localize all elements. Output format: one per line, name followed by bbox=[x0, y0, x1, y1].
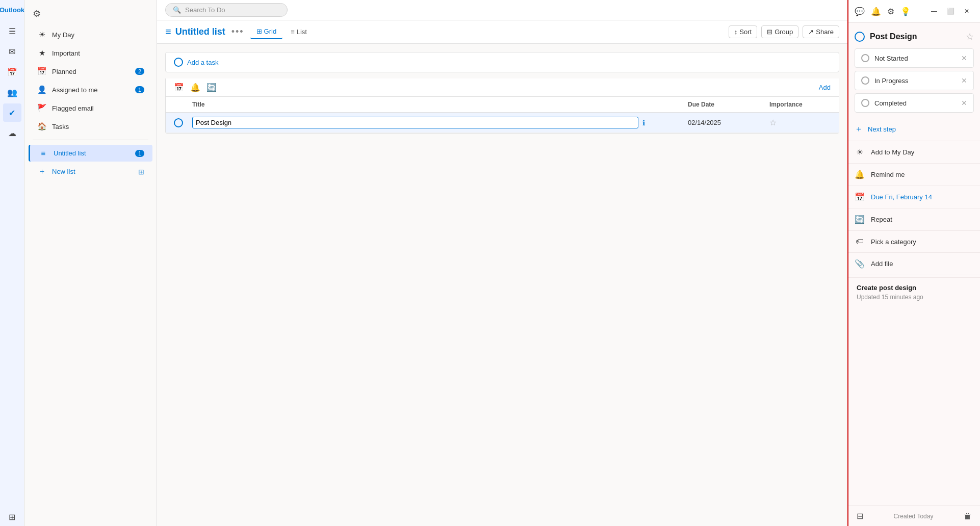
sidebar-item-label: My Day bbox=[52, 31, 144, 39]
rp-action-repeat[interactable]: 🔄 Repeat bbox=[848, 208, 980, 231]
apps-icon[interactable]: ⊞ bbox=[3, 508, 21, 526]
status-completed-label: Completed bbox=[874, 99, 907, 107]
rp-task-checkbox[interactable] bbox=[855, 32, 865, 42]
notes-subtitle: Updated 15 minutes ago bbox=[857, 294, 972, 301]
calendar-toolbar-icon[interactable]: 📅 bbox=[174, 83, 184, 92]
rp-action-my-day[interactable]: ☀ Add to My Day bbox=[848, 141, 980, 164]
sidebar-item-planned[interactable]: 📅 Planned 2 bbox=[29, 63, 152, 80]
rp-status-completed[interactable]: Completed ✕ bbox=[855, 93, 974, 113]
task-grid: Title Due Date Importance ℹ 02/14/2025 ☆ bbox=[165, 97, 839, 134]
sidebar-item-my-day[interactable]: ☀ My Day bbox=[29, 26, 152, 43]
repeat-action-icon: 🔄 bbox=[855, 215, 865, 224]
rp-action-remind[interactable]: 🔔 Remind me bbox=[848, 164, 980, 186]
group-button[interactable]: ⊟ Group bbox=[761, 25, 798, 38]
repeat-toolbar-icon[interactable]: 🔄 bbox=[207, 83, 217, 92]
sidebar-item-flagged[interactable]: 🚩 Flagged email bbox=[29, 99, 152, 117]
minimize-button[interactable]: — bbox=[927, 4, 941, 18]
gear-icon[interactable]: ⚙ bbox=[887, 7, 894, 16]
add-task-row[interactable]: Add a task bbox=[165, 52, 839, 72]
table-row[interactable]: ℹ 02/14/2025 ☆ bbox=[166, 113, 839, 133]
col-importance: Importance bbox=[769, 101, 831, 108]
bell-toolbar-icon[interactable]: 🔔 bbox=[190, 83, 200, 92]
rp-action-add-file[interactable]: 📎 Add file bbox=[848, 253, 980, 275]
status-in-progress-label: In Progress bbox=[874, 77, 908, 85]
group-label: Group bbox=[775, 28, 793, 36]
window-controls: — ⬜ ✕ bbox=[927, 4, 974, 18]
chat-icon[interactable]: 💬 bbox=[855, 7, 865, 16]
bell-icon[interactable]: 🔔 bbox=[871, 7, 881, 16]
task-title-input[interactable] bbox=[192, 117, 638, 128]
repeat-action-label: Repeat bbox=[871, 216, 892, 223]
sidebar-item-assigned[interactable]: 👤 Assigned to me 1 bbox=[29, 81, 152, 98]
title-bar: ≡ Untitled list ••• ⊞ Grid ≡ List ↕ Sort… bbox=[157, 20, 847, 44]
rp-notes[interactable]: Create post design Updated 15 minutes ag… bbox=[848, 277, 980, 307]
lightbulb-icon[interactable]: 💡 bbox=[900, 7, 911, 16]
add-task-label: Add a task bbox=[187, 59, 218, 66]
new-list-label: New list bbox=[52, 168, 133, 175]
sidebar-item-label: Planned bbox=[52, 68, 130, 75]
rp-status-not-started[interactable]: Not Started ✕ bbox=[855, 48, 974, 68]
new-list-icon: ⊞ bbox=[138, 168, 144, 176]
remove-completed-button[interactable]: ✕ bbox=[961, 99, 967, 107]
todo-icon[interactable]: ✔ bbox=[3, 103, 21, 122]
sidebar-divider bbox=[33, 140, 148, 140]
plus-icon: ＋ bbox=[37, 167, 47, 176]
close-button[interactable]: ✕ bbox=[960, 4, 974, 18]
sidebar: ⚙ ☀ My Day ★ Important 📅 Planned 2 👤 Ass… bbox=[24, 0, 157, 526]
right-panel: 💬 🔔 ⚙ 💡 — ⬜ ✕ Post Design ☆ Not Started … bbox=[847, 0, 980, 526]
search-placeholder: Search To Do bbox=[185, 6, 225, 14]
status-circle-icon bbox=[861, 76, 869, 85]
rp-status-in-progress[interactable]: In Progress ✕ bbox=[855, 71, 974, 90]
footer-delete-icon[interactable]: 🗑 bbox=[964, 512, 972, 521]
rp-task-header: Post Design ☆ bbox=[848, 23, 980, 46]
sidebar-item-label: Important bbox=[52, 49, 144, 57]
person-icon: 👤 bbox=[37, 85, 47, 94]
status-circle-icon bbox=[861, 99, 869, 107]
sort-button[interactable]: ↕ Sort bbox=[729, 25, 757, 38]
footer-expand-icon[interactable]: ⊟ bbox=[857, 511, 863, 521]
task-importance-star[interactable]: ☆ bbox=[769, 118, 777, 127]
task-info-icon[interactable]: ℹ bbox=[642, 119, 645, 127]
share-button[interactable]: ↗ Share bbox=[803, 25, 839, 38]
sidebar-item-label: Tasks bbox=[52, 123, 144, 130]
grid-tab-label: Grid bbox=[264, 28, 277, 35]
sidebar-settings-icon[interactable]: ⚙ bbox=[33, 8, 41, 19]
tab-grid[interactable]: ⊞ Grid bbox=[250, 24, 283, 39]
sidebar-list-label: Untitled list bbox=[54, 149, 130, 157]
sort-icon: ↕ bbox=[734, 28, 738, 36]
remove-not-started-button[interactable]: ✕ bbox=[961, 54, 967, 62]
rp-task-title: Post Design bbox=[870, 32, 961, 41]
list-header-icon: ≡ bbox=[165, 26, 171, 38]
sidebar-item-untitled-list[interactable]: ≡ Untitled list 1 bbox=[29, 145, 152, 162]
rp-action-due-date[interactable]: 📅 Due Fri, February 14 bbox=[848, 186, 980, 208]
grid-header: Title Due Date Importance bbox=[166, 97, 839, 113]
sidebar-toggle-icon[interactable]: ☰ bbox=[3, 22, 21, 40]
tab-list[interactable]: ≡ List bbox=[285, 25, 313, 39]
category-action-label: Pick a category bbox=[871, 238, 916, 246]
more-options-icon[interactable]: ••• bbox=[231, 27, 244, 37]
assigned-badge: 1 bbox=[135, 86, 144, 93]
mail-icon[interactable]: ✉ bbox=[3, 42, 21, 61]
planned-badge: 2 bbox=[135, 68, 144, 75]
onedrive-icon[interactable]: ☁ bbox=[3, 124, 21, 142]
rp-star-icon[interactable]: ☆ bbox=[966, 31, 974, 42]
sidebar-item-important[interactable]: ★ Important bbox=[29, 44, 152, 62]
grid-tab-icon: ⊞ bbox=[256, 28, 262, 35]
next-step-label: Next step bbox=[868, 125, 896, 133]
search-input-container[interactable]: 🔍 Search To Do bbox=[165, 3, 288, 17]
task-content: Add a task 📅 🔔 🔄 Add Title Due Date Impo… bbox=[157, 44, 847, 526]
rp-status-left: Completed bbox=[861, 99, 907, 107]
flag-icon: 🚩 bbox=[37, 103, 47, 113]
people-icon[interactable]: 👥 bbox=[3, 83, 21, 101]
task-row-checkbox[interactable] bbox=[174, 118, 183, 127]
add-toolbar-button[interactable]: Add bbox=[819, 84, 831, 91]
sidebar-item-tasks[interactable]: 🏠 Tasks bbox=[29, 118, 152, 135]
sidebar-new-list[interactable]: ＋ New list ⊞ bbox=[29, 163, 152, 180]
calendar-icon[interactable]: 📅 bbox=[3, 63, 21, 81]
add-file-action-icon: 📎 bbox=[855, 259, 865, 269]
col-title: Title bbox=[192, 101, 688, 108]
rp-next-step[interactable]: ＋ Next step bbox=[848, 118, 980, 141]
remove-in-progress-button[interactable]: ✕ bbox=[961, 76, 967, 85]
maximize-button[interactable]: ⬜ bbox=[943, 4, 958, 18]
rp-action-category[interactable]: 🏷 Pick a category bbox=[848, 231, 980, 253]
